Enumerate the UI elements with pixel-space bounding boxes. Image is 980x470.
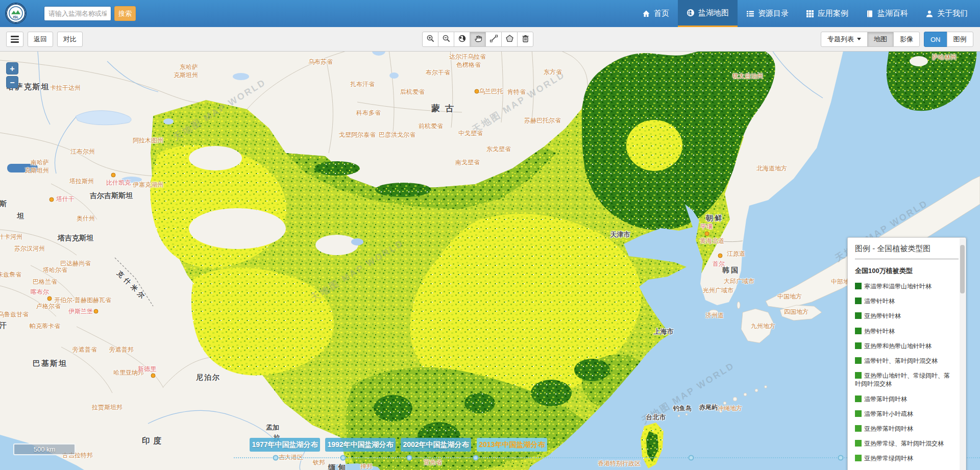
- legend-scrollbar-thumb[interactable]: [960, 245, 965, 293]
- tool-trash-button[interactable]: [517, 32, 533, 47]
- hamburger-icon: [11, 36, 19, 37]
- map-label: 伊斯兰堡: [68, 307, 93, 316]
- nav-item-label: 首页: [654, 9, 669, 18]
- map-label: 卡拉干达州: [50, 84, 81, 92]
- map-label: 扎布汗省: [350, 80, 375, 89]
- city-marker: [111, 173, 116, 178]
- legend-color-swatch: [855, 440, 862, 447]
- map-label: 开伯尔-普赫图赫瓦省: [54, 296, 111, 305]
- legend-item: 亚热带落叶阔叶林: [855, 425, 952, 433]
- city-marker: [94, 309, 99, 314]
- map-label: 九州地方: [751, 322, 775, 331]
- map-canvas[interactable]: 哈萨克斯坦蒙古吉尔吉斯斯坦塔吉克斯坦巴基斯坦印度尼泊尔缅甸朝鲜韩国天津市上海市台…: [0, 0, 980, 470]
- legend-item-label: 温带落叶小叶疏林: [864, 410, 913, 417]
- map-label: 宣光省: [424, 458, 442, 467]
- tool-hand-button[interactable]: [470, 32, 486, 47]
- legend-color-swatch: [855, 357, 862, 364]
- search-button[interactable]: 搜索: [114, 6, 136, 21]
- legend-color-swatch: [855, 328, 862, 334]
- legend-item: 温带落叶阔叶林: [855, 395, 952, 403]
- zoom-out-button[interactable]: −: [6, 76, 18, 88]
- map-label: 帕克蒂卡省: [30, 322, 60, 331]
- map-label: 巴彦洪戈尔省: [379, 131, 415, 139]
- map-label: 肯特省: [507, 88, 526, 96]
- on-toggle-button[interactable]: ON: [924, 32, 947, 47]
- legend-item-label: 热带针叶林: [864, 328, 895, 335]
- search-input[interactable]: [44, 6, 111, 21]
- basemap: [0, 0, 980, 470]
- topic-list-button[interactable]: 专题列表: [821, 32, 868, 47]
- back-button[interactable]: 返回: [28, 32, 53, 47]
- map-label: 斯: [0, 200, 7, 209]
- map-label: 东戈壁省: [486, 145, 511, 154]
- zoom-in-icon: [426, 34, 435, 44]
- legend-scrollbar[interactable]: ▼: [960, 238, 965, 470]
- legend-item-label: 温带针叶、落叶阔叶混交林: [864, 357, 938, 364]
- map-label: 乌布苏省: [308, 58, 333, 66]
- map-label: 平壤: [700, 222, 713, 231]
- map-label: 黄海北道: [700, 237, 724, 245]
- timeline-button-1977[interactable]: 1977年中国盐湖分布: [250, 438, 320, 452]
- legend-item-label: 温带针叶林: [864, 298, 895, 305]
- map-label: 新德里: [138, 365, 156, 374]
- tool-globe-button[interactable]: [454, 32, 470, 47]
- timeline-button-2002[interactable]: 2002年中国盐湖分布: [401, 438, 471, 452]
- nav-item-resource-catalog[interactable]: 资源目录: [738, 0, 797, 27]
- timeline-dot[interactable]: [473, 455, 479, 461]
- timeline-dot[interactable]: [407, 455, 412, 461]
- nav-item-label: 应用案例: [818, 9, 848, 18]
- nav-item-saltlake-wiki[interactable]: 盐湖百科: [857, 0, 917, 27]
- tool-zoom-out-button[interactable]: [438, 32, 454, 47]
- nav-item-saltlake-map[interactable]: 盐湖地图: [678, 0, 738, 27]
- zoom-in-button[interactable]: +: [6, 62, 18, 75]
- layer-switch-group: 专题列表 地图 影像: [821, 32, 920, 47]
- map-label: 卡什卡河州: [0, 233, 22, 241]
- timeline-dot[interactable]: [340, 455, 346, 461]
- map-tool-group: [422, 32, 533, 47]
- map-label: 阿拉木图州: [133, 136, 163, 145]
- map-label: 东哈萨: [180, 63, 198, 71]
- legend-item: 亚热带和热带山地针叶林: [855, 342, 952, 350]
- nav-menu: 首页盐湖地图资源目录应用案例盐湖百科关于我们: [633, 0, 976, 27]
- tool-zoom-in-button[interactable]: [422, 32, 438, 47]
- tool-measure-button[interactable]: [485, 32, 502, 47]
- menu-button[interactable]: [6, 32, 23, 47]
- map-label: 中戈壁省: [458, 129, 483, 138]
- scale-bar: 500 km: [13, 443, 76, 455]
- top-navbar: ISL 搜索 首页盐湖地图资源目录应用案例盐湖百科关于我们: [0, 0, 980, 27]
- map-label: 江原道: [727, 250, 745, 258]
- compare-button[interactable]: 对比: [57, 32, 83, 47]
- nav-item-application-cases[interactable]: 应用案例: [797, 0, 857, 27]
- timeline-button-1992[interactable]: 1992年中国盐湖分布: [325, 438, 396, 452]
- imagery-mode-button[interactable]: 影像: [893, 32, 920, 47]
- timeline-dot[interactable]: [838, 455, 844, 461]
- measure-icon: [489, 34, 498, 44]
- nav-item-home[interactable]: 首页: [633, 0, 678, 27]
- map-label: 冲绳地方: [718, 404, 742, 413]
- legend-color-swatch: [855, 395, 862, 402]
- legend-item: 亚热带针叶林: [855, 312, 952, 320]
- map-label: 汗: [0, 321, 7, 330]
- tool-polygon-button[interactable]: [501, 32, 518, 47]
- map-label: 犹太自治州: [732, 72, 763, 81]
- legend-button[interactable]: 图例: [947, 32, 973, 47]
- legend-color-swatch: [855, 312, 862, 319]
- nav-item-label: 资源目录: [758, 9, 789, 18]
- city-marker: [47, 296, 52, 301]
- map-mode-button[interactable]: 地图: [867, 32, 894, 47]
- legend-item: 温带针叶、落叶阔叶混交林: [855, 357, 952, 365]
- map-label: 塔什干: [56, 195, 75, 204]
- legend-item: 亚热带山地针叶、常绿阔叶、落叶阔叶混交林: [855, 372, 952, 388]
- timeline-dot[interactable]: [273, 455, 279, 461]
- timeline-button-2013[interactable]: 2013年中国盐湖分布: [477, 438, 547, 452]
- map-label: 后杭爱省: [400, 88, 425, 96]
- map-label: 卢格尔省: [36, 302, 61, 311]
- nav-item-about-us[interactable]: 关于我们: [917, 0, 976, 27]
- map-label: 大邱广域市: [724, 277, 754, 286]
- map-label: 乌兰巴托: [479, 87, 503, 96]
- map-label: 奥什州: [77, 214, 95, 223]
- map-label: 旁遮普省: [72, 345, 97, 354]
- timeline-dot[interactable]: [689, 455, 694, 461]
- map-label: 克斯坦州: [174, 71, 198, 80]
- legend-item-label: 亚热带和热带山地针叶林: [864, 342, 932, 350]
